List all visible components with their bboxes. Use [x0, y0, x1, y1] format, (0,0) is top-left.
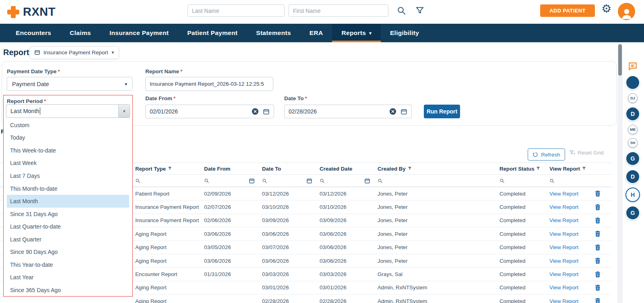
report-type-selector[interactable]: Insurance Payment Report ▾ [29, 46, 119, 59]
combobox-dropdown-button[interactable]: ▾ [118, 105, 130, 117]
nav-item[interactable]: Patient Payment ▾ [178, 24, 247, 42]
view-report-link[interactable]: View Report [546, 191, 592, 197]
report-period-option[interactable]: Since 31 Days Ago [4, 208, 132, 221]
report-period-option[interactable]: This Year-to-date [4, 258, 132, 271]
view-report-link[interactable]: View Report [546, 217, 592, 223]
contact-avatar[interactable]: SH [628, 138, 638, 148]
column-header[interactable]: Created Date [316, 166, 374, 172]
payment-date-type-select[interactable]: Payment Date ▾ [7, 77, 132, 91]
view-report-link[interactable]: View Report [546, 298, 592, 303]
vertical-scrollbar[interactable] [617, 43, 623, 303]
delete-report-button[interactable] [592, 298, 608, 303]
column-filter-funnel-icon[interactable] [408, 167, 412, 171]
rxnt-logo[interactable]: RXNT [7, 5, 56, 19]
clear-date-icon[interactable] [252, 108, 259, 115]
column-filter-input[interactable] [259, 175, 316, 187]
delete-report-button[interactable] [592, 258, 608, 264]
report-period-option[interactable]: Last Quarter [4, 233, 132, 246]
view-report-link[interactable]: View Report [546, 204, 592, 210]
contact-avatar[interactable]: MB [628, 125, 638, 134]
refresh-button[interactable]: Refresh [528, 148, 565, 161]
contact-avatar[interactable] [625, 75, 640, 90]
contact-avatar[interactable]: H [625, 188, 640, 202]
nav-item[interactable]: Claims ▾ [60, 24, 100, 42]
delete-report-button[interactable] [592, 217, 608, 224]
calendar-icon[interactable] [364, 178, 370, 184]
report-period-option[interactable]: This Month-to-date [4, 182, 132, 195]
column-filter-funnel-icon[interactable] [536, 167, 540, 171]
report-period-option[interactable]: Last Quarter-to-date [4, 220, 132, 233]
contact-avatar[interactable]: D [625, 169, 640, 184]
report-period-option[interactable]: Last Month [7, 195, 129, 208]
scrollbar-thumb[interactable] [618, 44, 622, 76]
report-period-option[interactable]: Today [4, 132, 132, 144]
view-report-link[interactable]: View Report [546, 244, 592, 250]
report-period-option[interactable]: Last 7 Days [4, 169, 132, 182]
column-header[interactable]: Report Type [132, 166, 201, 172]
date-to-field[interactable]: 02/28/2026 [284, 105, 412, 118]
delete-report-button[interactable] [592, 271, 608, 278]
calendar-icon[interactable] [306, 178, 312, 184]
cell-created-date: 03/09/2026 [316, 217, 374, 223]
report-period-combobox[interactable]: Last Month ▾ [6, 104, 130, 118]
report-period-label: Report Period* [7, 98, 132, 104]
delete-report-button[interactable] [592, 204, 608, 210]
run-report-button[interactable]: Run Report [424, 105, 460, 118]
calendar-icon[interactable] [249, 178, 255, 184]
report-period-option[interactable]: Since 90 Days Ago [4, 245, 132, 258]
column-header[interactable]: Report Status [496, 166, 546, 172]
nav-item[interactable]: ERA ▾ [300, 24, 332, 42]
report-period-option[interactable]: Since 365 Days Ago [4, 284, 132, 296]
contact-avatar[interactable]: DJ [628, 93, 638, 103]
user-avatar[interactable] [618, 3, 635, 20]
search-icon [262, 178, 267, 183]
last-name-input[interactable] [188, 4, 285, 17]
column-filter-input[interactable] [132, 175, 201, 187]
column-filter-input[interactable] [374, 175, 496, 187]
delete-report-button[interactable] [592, 284, 608, 291]
nav-item[interactable]: Insurance Payment ▾ [100, 24, 178, 42]
column-header[interactable]: Created By [374, 166, 496, 172]
report-period-option[interactable]: This Week-to-date [4, 144, 132, 157]
filter-icon[interactable] [415, 6, 424, 16]
delete-report-button[interactable] [592, 231, 608, 237]
nav-item[interactable]: Eligibility ▾ [381, 24, 428, 42]
column-filter-input[interactable] [546, 175, 592, 187]
report-period-option[interactable]: Custom [4, 119, 132, 132]
contact-avatar[interactable]: G [625, 151, 640, 166]
column-filter-input[interactable] [592, 175, 608, 187]
nav-item[interactable]: Statements ▾ [247, 24, 300, 42]
column-filter-input[interactable] [496, 175, 546, 187]
view-report-link[interactable]: View Report [546, 231, 592, 237]
column-filter-funnel-icon[interactable] [582, 167, 586, 171]
column-filter-input[interactable] [316, 175, 374, 187]
column-filter-input[interactable] [201, 175, 259, 187]
calendar-icon[interactable] [400, 108, 407, 115]
first-name-input[interactable] [289, 4, 388, 17]
chat-icon[interactable] [627, 61, 638, 72]
date-from-label: Date From* [145, 95, 175, 101]
reset-grid-button[interactable]: Reset Grid [569, 150, 604, 156]
delete-report-button[interactable] [592, 244, 608, 251]
view-report-link[interactable]: View Report [546, 284, 592, 291]
contact-avatar[interactable]: D [625, 107, 640, 121]
view-report-link[interactable]: View Report [546, 258, 592, 264]
column-header[interactable]: Date To [259, 166, 316, 172]
search-icon[interactable] [397, 6, 406, 17]
add-patient-button[interactable]: ADD PATIENT [540, 4, 595, 17]
column-header[interactable]: Date From [201, 166, 259, 172]
view-report-link[interactable]: View Report [546, 271, 592, 277]
nav-item[interactable]: Reports ▾ [332, 24, 381, 42]
delete-report-button[interactable] [592, 190, 608, 197]
report-period-option[interactable]: Last Week [4, 157, 132, 170]
date-from-field[interactable]: 02/01/2026 [145, 105, 274, 118]
report-period-option[interactable]: Last Year [4, 271, 132, 284]
nav-item[interactable]: Encounters ▾ [6, 24, 60, 42]
report-name-input[interactable] [145, 77, 273, 91]
contact-avatar[interactable]: G [625, 206, 640, 220]
calendar-icon[interactable] [263, 108, 270, 115]
gear-icon[interactable]: ⚙ [601, 3, 611, 14]
clear-date-icon[interactable] [389, 108, 396, 115]
column-header[interactable]: View Report [546, 166, 592, 172]
column-filter-funnel-icon[interactable] [168, 167, 172, 171]
